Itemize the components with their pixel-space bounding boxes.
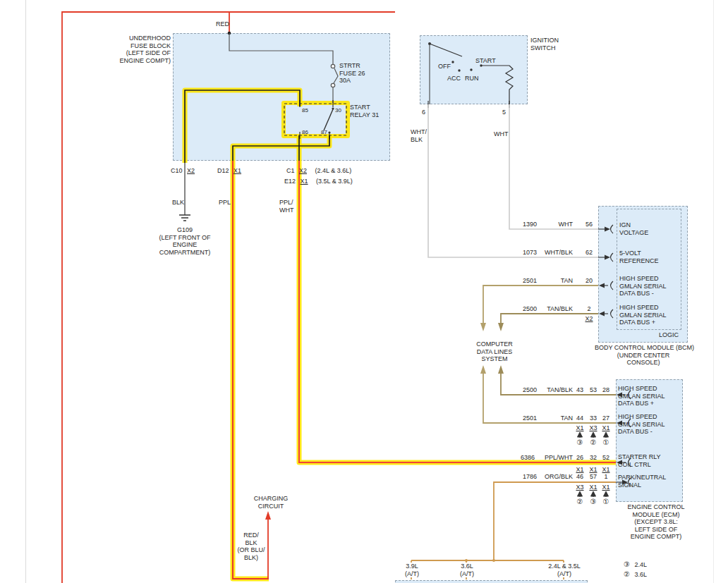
connector-ref: X1 xyxy=(233,167,241,174)
computer-data-lines-caption: COMPUTER DATA LINES SYSTEM xyxy=(466,340,523,363)
wire-label-line: BLK xyxy=(411,136,427,144)
ecm-desc-gmlan-minus: HIGH SPEED GMLAN SERIAL DATA BUS - xyxy=(618,413,665,436)
bcm-wirecolor-tan-blk: TAN/BLK xyxy=(535,305,573,313)
start-relay-label: START RELAY 31 xyxy=(350,104,379,118)
variant-circle: ① xyxy=(601,498,611,506)
start-relay-box xyxy=(284,100,346,139)
legend-row-2-4l: ③ 2.4L xyxy=(624,561,647,569)
group-line: (A/T) xyxy=(535,570,594,578)
ecm-desc-gmlan-plus: HIGH SPEED GMLAN SERIAL DATA BUS + xyxy=(618,385,665,407)
bcm-pin-56: 56 xyxy=(584,221,594,228)
wire-label-line: RED/ xyxy=(236,532,267,539)
connector-ref: X2 xyxy=(187,167,195,174)
desc-line: IGN xyxy=(619,221,648,229)
desc-line: COIL CTRL xyxy=(618,461,661,469)
connector-note: (2.4L & 3.6L) xyxy=(315,167,352,174)
bcm-logic-label: LOGIC xyxy=(659,331,679,339)
connector-id: C1 xyxy=(286,167,295,174)
ecm-desc-park-neutral: PARK/NEUTRAL SIGNAL xyxy=(618,474,666,489)
caption-line: G109 xyxy=(142,226,227,234)
desc-line: HIGH SPEED xyxy=(619,304,667,312)
wire-label-wht-blk: WHT/ BLK xyxy=(411,128,427,143)
bcm-desc-5v-ref: 5-VOLT REFERENCE xyxy=(619,250,659,264)
fuse-line: 30A xyxy=(339,77,365,85)
caption-line: CIRCUIT xyxy=(244,503,298,510)
ecm-pin: 26 xyxy=(575,454,585,462)
ecm-caption: ENGINE CONTROL MODULE (ECM) (EXCEPT 3.8L… xyxy=(619,503,693,541)
bcm-wirecolor-wht: WHT xyxy=(535,221,573,228)
ecm-pin: 32 xyxy=(588,454,598,462)
desc-line: PARK/NEUTRAL xyxy=(618,474,666,481)
ecm-wirecolor-tan: TAN xyxy=(533,415,573,422)
ecm-desc-starter-rly: STARTER RLY COIL CTRL xyxy=(618,453,661,468)
wire-label-line: BLK xyxy=(236,539,267,547)
caption-line: CONSOLE) xyxy=(595,359,692,367)
desc-line: REFERENCE xyxy=(619,257,659,265)
desc-line: SIGNAL xyxy=(618,481,666,489)
ecm-pin: 33 xyxy=(588,415,598,422)
ignition-pin-6: 6 xyxy=(422,109,425,116)
wiring-diagram-page: RED UNDERHOOD FUSE BLOCK (LEFT SIDE OF E… xyxy=(0,0,728,583)
ignition-pos-acc: ACC xyxy=(447,75,461,82)
bcm-conn-x2: X2 xyxy=(584,315,594,323)
desc-line: STARTER RLY xyxy=(618,453,661,461)
wire-label-wht: WHT xyxy=(494,130,509,138)
connector-ref: X1 xyxy=(301,178,308,185)
group-line: 3.6L xyxy=(450,563,484,570)
connector-id: E12 xyxy=(284,178,296,185)
ecm-conn-ref: X1 xyxy=(575,466,585,474)
bcm-desc-gmlan-minus: HIGH SPEED GMLAN SERIAL DATA BUS - xyxy=(619,275,667,297)
connector-id: C10 xyxy=(171,167,183,174)
bcm-wirecolor-wht-blk: WHT/BLK xyxy=(535,249,573,257)
ecm-pin: 53 xyxy=(588,386,598,394)
ecm-conn-ref: X1 xyxy=(588,484,598,491)
group-line: (A/T) xyxy=(450,570,484,578)
desc-line: DATA BUS - xyxy=(618,428,665,436)
desc-line: DATA BUS + xyxy=(619,319,667,326)
connector-c10: C10 X2 xyxy=(171,167,195,175)
wire-label-blk: BLK xyxy=(172,199,184,207)
wire-label-line: BLK) xyxy=(236,554,267,562)
wire-label-ppl: PPL xyxy=(219,199,231,207)
desc-line: GMLAN SERIAL xyxy=(619,312,667,319)
bcm-pin-arrows xyxy=(598,225,613,318)
ecm-pin: 46 xyxy=(575,473,585,481)
caption-line: (LEFT FRONT OF xyxy=(142,234,227,242)
ignition-pos-start: START xyxy=(475,57,496,65)
caption-line: UNDERHOOD xyxy=(92,35,171,42)
desc-line: HIGH SPEED xyxy=(619,275,667,283)
desc-line: GMLAN SERIAL xyxy=(619,283,667,290)
ecm-pin: 52 xyxy=(601,454,611,462)
bcm-desc-ign-voltage: IGN VOLTAGE xyxy=(619,221,648,236)
fuse-line: STRTR xyxy=(339,62,365,70)
ground-caption: G109 (LEFT FRONT OF ENGINE COMPARTMENT) xyxy=(142,226,227,256)
caption-line: FUSE BLOCK xyxy=(92,42,171,50)
ignition-pos-off: OFF xyxy=(438,63,451,70)
ecm-conn-ref: X3 xyxy=(575,484,585,491)
ignition-pos-run: RUN xyxy=(465,75,479,82)
caption-line: CHARGING xyxy=(244,495,298,503)
wire-label-line: PPL/ xyxy=(279,199,294,207)
ecm-conn-ref: X1 xyxy=(588,466,598,474)
ignition-switch-caption: IGNITION SWITCH xyxy=(530,37,559,51)
legend-label: 3.6L xyxy=(634,571,647,578)
variant-circle: ③ xyxy=(588,498,598,506)
caption-line: SWITCH xyxy=(530,44,559,52)
caption-line: IGNITION xyxy=(530,37,559,44)
ecm-wirecolor-ppl-wht: PPL/WHT xyxy=(533,454,573,462)
ignition-pin-5: 5 xyxy=(502,109,506,116)
connector-note: (3.5L & 3.9L) xyxy=(316,178,353,185)
desc-line: 5-VOLT xyxy=(619,250,659,257)
desc-line: DATA BUS - xyxy=(619,290,667,297)
caption-line: ENGINE COMPT) xyxy=(619,533,693,541)
caption-line: (UNDER CENTER xyxy=(595,352,692,360)
group-line: (A/T) xyxy=(395,570,429,578)
ecm-wirecolor-tan-blk: TAN/BLK xyxy=(533,386,573,394)
bcm-caption: BODY CONTROL MODULE (BCM) (UNDER CENTER … xyxy=(595,344,692,367)
caption-line: MODULE (ECM) xyxy=(619,511,693,519)
connector-id: D12 xyxy=(217,167,229,174)
ecm-conn-ref: X1 xyxy=(601,484,611,491)
relay-pin-86-label: 86 xyxy=(302,129,308,135)
red-wire-label: RED xyxy=(216,20,229,28)
charging-circuit-caption: CHARGING CIRCUIT xyxy=(244,495,298,510)
